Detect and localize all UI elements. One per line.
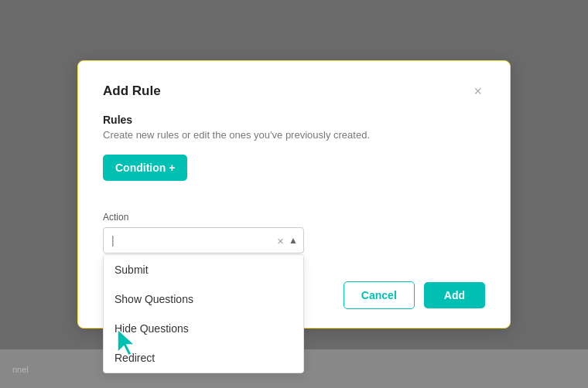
action-input[interactable] [103,227,304,254]
close-button[interactable]: × [470,83,485,100]
modal-header: Add Rule × [103,83,485,100]
action-label: Action [103,212,485,223]
rules-heading: Rules [103,114,485,126]
dropdown-item-submit[interactable]: Submit [104,255,303,284]
rules-description: Create new rules or edit the ones you've… [103,129,485,141]
cancel-button[interactable]: Cancel [344,281,415,309]
rules-section: Rules Create new rules or edit the ones … [103,114,485,196]
dropdown-item-show-questions[interactable]: Show Questions [104,284,303,314]
condition-button[interactable]: Condition + [103,155,187,181]
modal-overlay: nnel Add Rule × Rules Create new rules o… [0,0,588,388]
add-button[interactable]: Add [424,282,485,308]
dropdown-arrow-icon[interactable]: ▲ [289,236,298,245]
svg-marker-0 [118,329,135,356]
dropdown-clear-icon[interactable]: × [277,234,284,246]
add-rule-modal: Add Rule × Rules Create new rules or edi… [77,60,511,328]
action-dropdown-wrapper: × ▲ Submit Show Questions Hide Questions… [103,227,304,254]
modal-title: Add Rule [103,83,161,99]
action-section: Action × ▲ Submit Show Questions Hide Qu… [103,212,485,254]
dropdown-controls: × ▲ [277,234,298,246]
panel-label: nnel [12,365,29,374]
